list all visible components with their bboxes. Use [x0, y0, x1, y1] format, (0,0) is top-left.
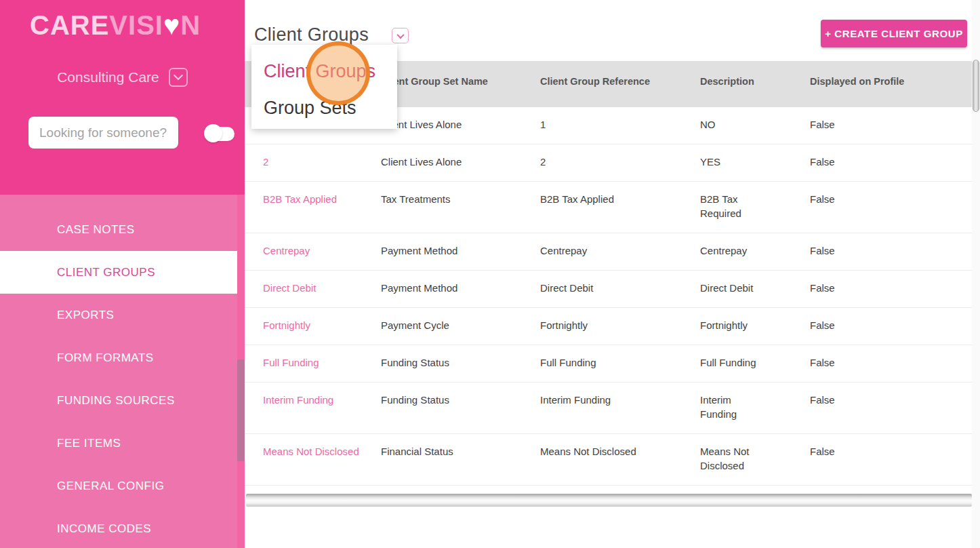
- chevron-down-icon: [173, 71, 183, 80]
- cell-client-group-reference: Means Not Disclosed: [540, 444, 700, 473]
- organisation-selector[interactable]: Consulting Care: [0, 68, 245, 87]
- table-body: Client Lives Alone 1 NO False 2 Client L…: [245, 107, 972, 486]
- cell-displayed-on-profile: False: [810, 243, 972, 258]
- cell-description: YES: [700, 155, 760, 169]
- cell-client-group-name[interactable]: Interim Funding: [263, 393, 381, 421]
- cell-displayed-on-profile: False: [810, 393, 972, 421]
- cell-client-group-reference: 1: [540, 117, 700, 132]
- cell-client-group-set-name: Client Lives Alone: [381, 155, 540, 169]
- cell-description: Interim Funding: [700, 393, 760, 421]
- cell-client-group-set-name: Payment Method: [381, 281, 540, 295]
- page-title: Client Groups: [254, 24, 369, 45]
- cell-client-group-name[interactable]: Fortnightly: [263, 318, 381, 332]
- cell-client-group-set-name: Funding Status: [381, 393, 540, 421]
- cell-client-group-set-name: Client Lives Alone: [381, 117, 540, 132]
- page-title-dropdown-button[interactable]: [392, 28, 409, 43]
- cell-client-group-name[interactable]: 2: [263, 155, 381, 169]
- cell-client-group-reference: 2: [540, 155, 700, 169]
- cell-description: Means Not Disclosed: [700, 444, 760, 473]
- cell-description: Full Funding: [700, 355, 760, 370]
- cell-client-group-reference: Direct Debit: [540, 281, 700, 295]
- col-header-description: Description: [700, 76, 810, 107]
- table-row: Interim Funding Funding Status Interim F…: [245, 383, 972, 434]
- cell-description: Direct Debit: [700, 281, 760, 295]
- sidebar-item-general-config[interactable]: GENERAL CONFIG: [0, 465, 245, 507]
- sidebar-scrollbar-thumb[interactable]: [237, 359, 245, 461]
- vertical-scrollbar-track[interactable]: [972, 0, 980, 548]
- col-header-displayed-on-profile: Displayed on Profile: [810, 76, 972, 107]
- sidebar-item-form-formats[interactable]: FORM FORMATS: [0, 336, 245, 379]
- cell-description: NO: [700, 117, 760, 132]
- sidebar-item-exports[interactable]: EXPORTS: [0, 294, 245, 336]
- sidebar-item-case-notes[interactable]: CASE NOTES: [0, 208, 245, 251]
- cell-displayed-on-profile: False: [810, 117, 972, 132]
- cell-client-group-reference: Interim Funding: [540, 393, 700, 421]
- cell-displayed-on-profile: False: [810, 318, 972, 332]
- dropdown-option-group-sets[interactable]: Group Sets: [251, 90, 397, 126]
- cell-description: Fortnightly: [700, 318, 760, 332]
- cell-client-group-reference: Centrepay: [540, 243, 700, 258]
- carevision-logo: CAREVISI♥N: [30, 9, 201, 41]
- cell-displayed-on-profile: False: [810, 192, 972, 220]
- cell-description: B2B Tax Required: [700, 192, 760, 220]
- table-row: B2B Tax Applied Tax Treatments B2B Tax A…: [245, 182, 972, 233]
- sidebar-item-client-groups[interactable]: CLIENT GROUPS: [0, 251, 237, 294]
- chevron-down-icon: [396, 31, 404, 38]
- table-row: Fortnightly Payment Cycle Fortnightly Fo…: [245, 308, 972, 345]
- vertical-scrollbar-thumb[interactable]: [973, 60, 979, 112]
- cell-client-group-reference: Full Funding: [540, 355, 700, 370]
- sidebar: CAREVISI♥N Consulting Care CASE NOTESCLI…: [0, 0, 245, 548]
- horizontal-scrollbar[interactable]: [246, 494, 972, 507]
- create-client-group-button[interactable]: + CREATE CLIENT GROUP: [821, 20, 967, 47]
- organisation-name: Consulting Care: [57, 69, 159, 85]
- dropdown-option-client-groups[interactable]: Client Groups: [251, 53, 397, 90]
- toggle-knob[interactable]: [204, 124, 222, 142]
- sidebar-item-funding-sources[interactable]: FUNDING SOURCES: [0, 379, 245, 422]
- cell-client-group-set-name: Funding Status: [381, 355, 540, 370]
- cell-client-group-name[interactable]: Centrepay: [263, 243, 381, 258]
- cell-displayed-on-profile: False: [810, 355, 972, 370]
- sidebar-scrollbar-track[interactable]: [237, 195, 245, 548]
- sidebar-header: CAREVISI♥N Consulting Care: [0, 0, 245, 195]
- table-row: 2 Client Lives Alone 2 YES False: [245, 144, 972, 182]
- cell-client-group-reference: Fortnightly: [540, 318, 700, 332]
- cell-client-group-set-name: Tax Treatments: [381, 192, 540, 220]
- cell-client-group-name[interactable]: Direct Debit: [263, 281, 381, 295]
- cell-client-group-name[interactable]: Means Not Disclosed: [263, 444, 381, 473]
- table-row: Full Funding Funding Status Full Funding…: [245, 345, 972, 383]
- sidebar-item-income-codes[interactable]: INCOME CODES: [0, 507, 245, 548]
- app-window: CAREVISI♥N Consulting Care CASE NOTESCLI…: [0, 0, 980, 548]
- cell-displayed-on-profile: False: [810, 155, 972, 169]
- cell-description: Centrepay: [700, 243, 760, 258]
- table-row: Direct Debit Payment Method Direct Debit…: [245, 271, 972, 308]
- cell-displayed-on-profile: False: [810, 281, 972, 295]
- cell-client-group-set-name: Payment Method: [381, 243, 540, 258]
- cell-displayed-on-profile: False: [810, 444, 972, 473]
- main-content: Client Groups + CREATE CLIENT GROUP Clie…: [245, 0, 980, 548]
- title-dropdown-menu: Client GroupsGroup Sets: [251, 45, 397, 129]
- search-input[interactable]: [28, 117, 178, 149]
- table-row: Centrepay Payment Method Centrepay Centr…: [245, 233, 972, 271]
- search-toggle[interactable]: [204, 124, 235, 143]
- table-row: Means Not Disclosed Financial Status Mea…: [245, 434, 972, 486]
- organisation-dropdown-button[interactable]: [169, 68, 188, 87]
- logo-text: CARE: [30, 10, 109, 40]
- sidebar-item-fee-items[interactable]: FEE ITEMS: [0, 422, 245, 465]
- cell-client-group-set-name: Financial Status: [381, 444, 540, 473]
- heart-icon: ♥: [163, 9, 180, 41]
- sidebar-menu: CASE NOTESCLIENT GROUPSEXPORTSFORM FORMA…: [0, 195, 245, 548]
- cell-client-group-name[interactable]: B2B Tax Applied: [263, 192, 381, 220]
- cell-client-group-reference: B2B Tax Applied: [540, 192, 700, 220]
- cell-client-group-name[interactable]: Full Funding: [263, 355, 381, 370]
- col-header-client-group-reference: Client Group Reference: [540, 76, 700, 107]
- cell-client-group-set-name: Payment Cycle: [381, 318, 540, 332]
- col-header-client-group-set-name: Client Group Set Name: [381, 76, 540, 107]
